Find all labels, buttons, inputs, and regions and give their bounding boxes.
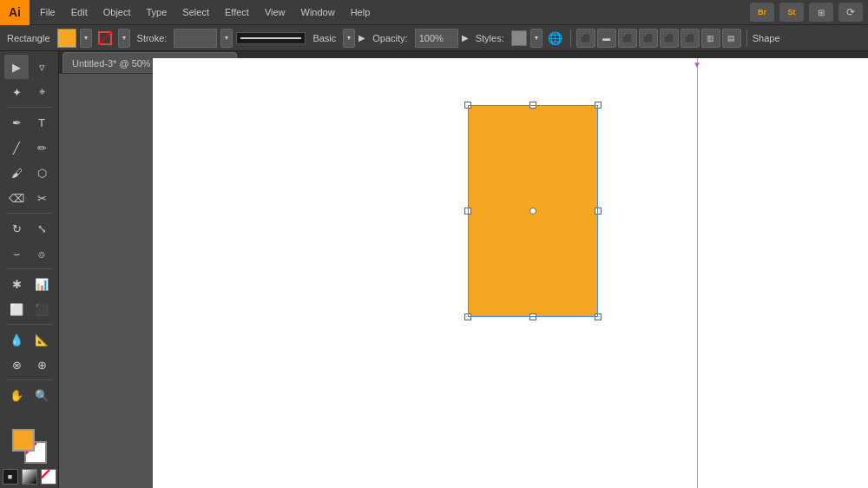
globe-icon[interactable]: 🌐 — [546, 29, 565, 48]
orange-rectangle[interactable] — [468, 105, 598, 317]
measure-tool-btn[interactable]: 📐 — [30, 327, 54, 352]
none-mode-btn[interactable] — [41, 469, 56, 485]
magic-wand-tool-btn[interactable]: ✦ — [4, 80, 29, 104]
tool-row-8: ⌣ ⌾ — [4, 241, 54, 266]
left-toolbar: ▶ ▿ ✦ ⌖ ✒ T ╱ ✏ 🖌 ⬡ ⌫ ✂ ↻ ⤡ ⌣ — [0, 51, 59, 488]
foreground-color-swatch[interactable] — [12, 429, 35, 452]
reshape-tool-btn[interactable]: ⌾ — [30, 241, 54, 266]
options-toolbar: Rectangle ▾ ▾ Stroke: ▾ Basic ▾ ▶ Opacit… — [0, 25, 868, 51]
menu-object[interactable]: Object — [96, 3, 138, 21]
menu-edit[interactable]: Edit — [64, 3, 95, 21]
stroke-unit-dropdown[interactable]: ▾ — [220, 29, 233, 48]
tool-row-7: ↻ ⤡ — [4, 216, 54, 241]
artboard-tool-btn[interactable]: ⬜ — [4, 297, 29, 321]
grid-icon-btn[interactable]: ⊞ — [809, 3, 833, 22]
blend-mode-label: Basic — [309, 33, 339, 43]
sync-icon-btn[interactable]: ⟳ — [838, 3, 863, 22]
handle-bottom-right — [595, 313, 602, 320]
bridge-icon-btn[interactable]: Br — [750, 3, 774, 22]
align-center-h-btn[interactable]: ▬ — [597, 29, 616, 48]
blend-tool-btn[interactable]: ⊗ — [4, 353, 29, 377]
scissor-tool-btn[interactable]: ✂ — [30, 186, 54, 210]
tool-row-3: ✒ T — [4, 110, 54, 135]
guide-line — [697, 58, 698, 488]
menu-right-icons: Br St ⊞ ⟳ — [750, 3, 868, 22]
align-distribute-h-btn[interactable]: ▥ — [701, 29, 720, 48]
tool-row-6: ⌫ ✂ — [4, 186, 54, 210]
blend-play-btn[interactable]: ▶ — [358, 33, 365, 43]
tool-row-12: ⊗ ⊕ — [4, 353, 54, 377]
styles-dropdown[interactable]: ▾ — [530, 29, 542, 48]
fill-dropdown[interactable]: ▾ — [80, 29, 92, 48]
align-middle-v-btn[interactable]: ⬛ — [660, 29, 679, 48]
tool-separator-1 — [7, 107, 52, 108]
stock-icon-btn[interactable]: St — [779, 3, 804, 22]
stroke-icon — [95, 29, 115, 48]
tool-row-11: 💧 📐 — [4, 327, 54, 352]
gradient-mode-btn[interactable] — [22, 469, 37, 485]
tool-separator-4 — [7, 324, 52, 325]
live-paint-tool-btn[interactable]: ⊕ — [30, 353, 54, 377]
paintbrush-tool-btn[interactable]: 🖌 — [4, 161, 29, 185]
handle-top-center — [529, 102, 536, 109]
eyedropper-tool-btn[interactable]: 💧 — [4, 327, 29, 352]
handle-middle-left — [464, 208, 471, 214]
direct-selection-tool-btn[interactable]: ▿ — [30, 55, 54, 79]
svg-line-1 — [98, 31, 112, 45]
eraser-tool-btn[interactable]: ⌫ — [4, 186, 29, 210]
opacity-input[interactable] — [415, 29, 458, 48]
lasso-tool-btn[interactable]: ⌖ — [30, 80, 54, 104]
fill-color-box[interactable] — [57, 29, 76, 48]
tool-row-13: ✋ 🔍 — [4, 383, 54, 407]
menu-view[interactable]: View — [258, 3, 293, 21]
tool-row-1: ▶ ▿ — [4, 55, 54, 79]
selection-tool-btn[interactable]: ▶ — [4, 55, 29, 79]
line-tool-btn[interactable]: ╱ — [4, 135, 29, 160]
handle-bottom-left — [464, 313, 471, 320]
align-top-btn[interactable]: ⬛ — [639, 29, 658, 48]
hand-tool-btn[interactable]: ✋ — [4, 383, 29, 407]
align-right-btn[interactable]: ⬛ — [618, 29, 637, 48]
stroke-weight-input[interactable] — [174, 29, 217, 48]
menu-help[interactable]: Help — [344, 3, 378, 21]
column-graph-tool-btn[interactable]: 📊 — [30, 272, 54, 296]
warp-tool-btn[interactable]: ⌣ — [4, 241, 29, 266]
toolbar-separator-2 — [746, 30, 747, 47]
align-bottom-btn[interactable]: ⬛ — [681, 29, 700, 48]
menu-window[interactable]: Window — [294, 3, 342, 21]
canvas-area[interactable]: Untitled-3* @ 50% (RGB/Preview) × ▼ — [59, 51, 868, 488]
align-distribute-v-btn[interactable]: ▤ — [722, 29, 741, 48]
toolbar-separator-1 — [570, 30, 571, 47]
main-area: ▶ ▿ ✦ ⌖ ✒ T ╱ ✏ 🖌 ⬡ ⌫ ✂ ↻ ⤡ ⌣ — [0, 51, 868, 488]
align-left-btn[interactable]: ⬛ — [576, 29, 595, 48]
scale-tool-btn[interactable]: ⤡ — [30, 216, 54, 241]
pen-tool-btn[interactable]: ✒ — [4, 110, 29, 135]
tool-row-4: ╱ ✏ — [4, 135, 54, 160]
handle-center — [529, 208, 536, 214]
align-buttons: ⬛ ▬ ⬛ ⬛ ⬛ ⬛ ▥ ▤ — [576, 29, 741, 48]
slice-tool-btn[interactable]: ⬛ — [30, 297, 54, 321]
tool-row-5: 🖌 ⬡ — [4, 161, 54, 185]
zoom-tool-btn[interactable]: 🔍 — [30, 383, 54, 407]
menu-type[interactable]: Type — [140, 3, 174, 21]
fg-bg-color-swatch — [12, 429, 47, 464]
blend-mode-dropdown[interactable]: ▾ — [343, 29, 355, 48]
blob-tool-btn[interactable]: ⬡ — [30, 161, 54, 185]
rotate-tool-btn[interactable]: ↻ — [4, 216, 29, 241]
opacity-label: Opacity: — [369, 33, 411, 43]
menu-effect[interactable]: Effect — [218, 3, 256, 21]
guide-marker: ▼ — [691, 58, 703, 70]
pencil-tool-btn[interactable]: ✏ — [30, 135, 54, 160]
tool-row-2: ✦ ⌖ — [4, 80, 54, 104]
styles-preview-box — [511, 30, 527, 46]
opacity-play-btn[interactable]: ▶ — [462, 33, 469, 43]
stroke-options-dropdown[interactable]: ▾ — [118, 29, 130, 48]
handle-bottom-center — [529, 313, 536, 320]
type-tool-btn[interactable]: T — [30, 110, 54, 135]
tool-separator-5 — [7, 379, 52, 380]
symbol-tool-btn[interactable]: ✱ — [4, 272, 29, 296]
solid-color-mode-btn[interactable]: ■ — [3, 469, 18, 485]
menu-file[interactable]: File — [33, 3, 62, 21]
menu-bar: Ai File Edit Object Type Select Effect V… — [0, 0, 868, 25]
menu-select[interactable]: Select — [175, 3, 216, 21]
